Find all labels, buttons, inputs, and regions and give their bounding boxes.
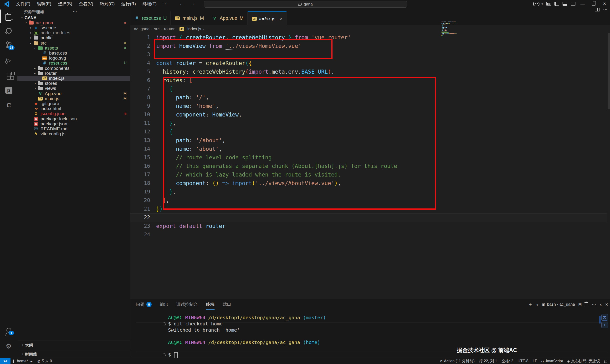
toggle-secondary-sidebar-button[interactable] [569, 0, 577, 8]
search-activity-icon[interactable] [0, 24, 17, 38]
source-control-activity-icon[interactable]: 14 [0, 38, 17, 52]
minimize-button[interactable]: — [577, 0, 588, 8]
menu-终端(T)[interactable]: 终端(T) [140, 0, 159, 7]
menu-more-icon[interactable]: ⋯ [160, 0, 171, 7]
breadcrumb-item[interactable]: ac_gana [134, 27, 149, 31]
breadcrumb[interactable]: ac_gana›src›router›JSindex.js›… [130, 25, 610, 33]
status-item-空格: 2[interactable]: 空格: 2 [499, 358, 515, 364]
terminal-line [168, 345, 326, 351]
panel-tab-输出[interactable]: 输出 [160, 299, 168, 310]
tree-item-index.html[interactable]: <>index.html [17, 106, 130, 111]
tree-item-reset.css[interactable]: #reset.cssU [17, 61, 130, 66]
remote-indicator[interactable]: >< [0, 358, 11, 364]
breadcrumb-item[interactable]: router [164, 27, 174, 31]
status-item-文心快码: 无建议[interactable]: ◈文心快码: 无建议 [565, 358, 602, 364]
tree-item-stores[interactable]: ›stores [17, 81, 130, 86]
tab-label: main.js [182, 15, 197, 21]
toggle-panel-button[interactable] [561, 0, 569, 8]
status-item-UTF-8[interactable]: UTF-8 [515, 358, 530, 364]
maximize-panel-icon[interactable]: ∧ [599, 303, 602, 306]
split-terminal-icon[interactable]: ⊞ [578, 302, 582, 307]
outline-section[interactable]: ›大纲 [17, 340, 130, 350]
minimap[interactable] [441, 21, 457, 38]
customize-layout-button[interactable] [545, 0, 553, 8]
explorer-activity-icon[interactable] [0, 10, 18, 23]
tree-item-index.js[interactable]: JSindex.js [17, 76, 130, 81]
panel-tab-问题[interactable]: 问题5 [136, 299, 152, 310]
notifications-bell-icon[interactable] [602, 358, 610, 364]
tab-main.js[interactable]: JSmain.jsM [171, 12, 208, 25]
problems-badge: 5 [146, 302, 152, 307]
copilot-button[interactable]: ∨ [532, 0, 545, 8]
tree-item-vite.config.js[interactable]: ϟvite.config.js [17, 131, 130, 136]
panel-tab-终端[interactable]: 终端 [206, 299, 214, 310]
tree-item-logo.svg[interactable]: SVGlogo.svg [17, 56, 130, 61]
close-icon[interactable]: × [280, 16, 282, 21]
command-decoration-icon[interactable] [163, 322, 166, 325]
tab-App.vue[interactable]: VApp.vueM [208, 12, 248, 25]
toggle-sidebar-button[interactable] [553, 0, 561, 8]
terminal-tab[interactable]: ▣ bash - ac_gana [542, 302, 575, 307]
back-arrow-icon[interactable]: ← [179, 0, 184, 6]
tree-item-components[interactable]: ›components [17, 66, 130, 71]
tree-item-src[interactable]: ›src [17, 40, 130, 46]
command-decoration-icon[interactable] [163, 353, 166, 356]
breadcrumb-item[interactable]: src [154, 27, 159, 31]
settings-gear-icon[interactable]: ⚙ [0, 339, 17, 353]
tree-item-.gitignore[interactable]: ◆.gitignore [17, 101, 130, 106]
close-panel-icon[interactable]: × [605, 302, 608, 307]
tree-item-README.md[interactable]: ⓂREADME.md [17, 126, 130, 131]
tab-index.js[interactable]: JSindex.js× [248, 12, 287, 26]
tree-item-package-lock.json[interactable]: npackage-lock.json [17, 116, 130, 121]
tree-item-node_modules[interactable]: ›JSnode_modules [17, 30, 130, 36]
comate-float-button-1[interactable]: 文 [601, 314, 608, 321]
tree-item-ac_gana[interactable]: ›ac_gana [17, 20, 130, 25]
project-manager-activity-icon[interactable]: p [0, 83, 17, 97]
menu-转到(G)[interactable]: 转到(G) [97, 0, 118, 7]
command-center-search[interactable]: gana [204, 1, 407, 8]
tree-item-GANA[interactable]: ›GANA [17, 15, 130, 20]
terminal-output[interactable]: AC@AC MINGW64 /d/desktop1/desktop/gana/a… [168, 314, 326, 358]
breadcrumb-file[interactable]: index.js [187, 27, 201, 31]
tree-item-assets[interactable]: ›assets [17, 46, 130, 51]
split-editor-icon[interactable] [595, 8, 600, 12]
status-item-Action (11 分钟前)[interactable]: ↺Action (11 分钟前) [438, 358, 477, 364]
tree-item-base.css[interactable]: #base.css [17, 51, 130, 55]
tree-item-public[interactable]: ›public [17, 36, 130, 40]
extensions-activity-icon[interactable] [0, 69, 17, 82]
branch-indicator[interactable]: home* ☁ [11, 358, 35, 364]
kill-terminal-icon[interactable] [585, 303, 588, 306]
forward-arrow-icon[interactable]: → [190, 0, 196, 6]
status-item-行 22, 列 1[interactable]: 行 22, 列 1 [477, 358, 499, 364]
accounts-icon[interactable]: 1 [0, 325, 17, 338]
panel-tab-端口[interactable]: 端口 [223, 299, 231, 310]
status-item-LF[interactable]: LF [530, 358, 539, 364]
status-item-JavaScript[interactable]: {}JavaScript [539, 358, 565, 364]
comate-float-button-2[interactable]: ✦ [601, 322, 608, 328]
menu-运行(R)[interactable]: 运行(R) [119, 0, 139, 7]
panel-tab-调试控制台[interactable]: 调试控制台 [176, 299, 198, 310]
menu-编辑(E)[interactable]: 编辑(E) [34, 0, 54, 7]
tree-item-App.vue[interactable]: VApp.vueM [17, 91, 130, 96]
tree-item-.vscode[interactable]: ›◈.vscode [17, 25, 130, 30]
editor-more-actions-icon[interactable]: ⋯ [603, 7, 608, 12]
menu-文件(F)[interactable]: 文件(F) [13, 0, 33, 7]
panel-more-actions-icon[interactable]: ⋯ [592, 302, 596, 307]
menu-查看(V)[interactable]: 查看(V) [76, 0, 96, 7]
tab-reset.css[interactable]: #reset.cssU [130, 12, 171, 25]
menu-选择(S)[interactable]: 选择(S) [55, 0, 75, 7]
tree-item-views[interactable]: ›views [17, 86, 130, 91]
new-terminal-icon[interactable]: ＋ [528, 301, 533, 308]
run-debug-activity-icon[interactable]: ▷ [0, 53, 17, 67]
terminal-profile-chevron-icon[interactable]: ∨ [536, 303, 539, 306]
explorer-more-actions-icon[interactable]: ⋯ [73, 9, 77, 14]
tree-item-package.json[interactable]: npackage.json [17, 121, 130, 126]
codegeex-activity-icon[interactable]: c [0, 98, 17, 112]
tree-item-jsconfig.json[interactable]: ⚙jsconfig.json5 [17, 111, 130, 116]
tree-item-main.js[interactable]: JSmain.jsM [17, 96, 130, 101]
tree-item-router[interactable]: ›router [17, 71, 130, 76]
editor-scrollbar[interactable] [608, 33, 610, 109]
problems-indicator[interactable]: ⊗ 5 △ 0 [35, 358, 54, 364]
timeline-section[interactable]: ›时间线 [17, 350, 130, 359]
breadcrumb-symbol[interactable]: … [206, 27, 210, 31]
